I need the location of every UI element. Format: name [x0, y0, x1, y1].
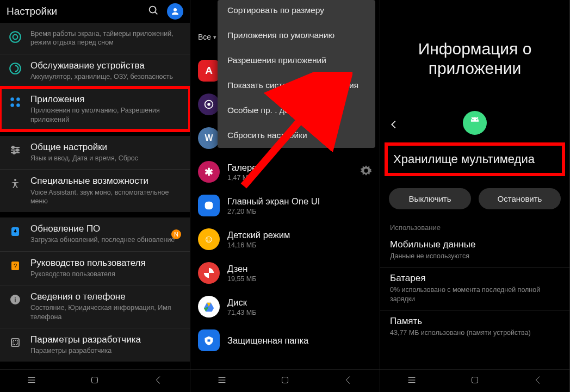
- row-title: Специальные возможности: [30, 175, 182, 186]
- app-row-dzen[interactable]: Дзен 19,55 МБ: [190, 257, 380, 290]
- app-info-panel: Информация о приложении Хранилище мульти…: [380, 0, 569, 392]
- usage-list: Мобильные данные Данные не используются …: [380, 234, 569, 344]
- menu-show-system-apps[interactable]: Показать системные приложения: [218, 73, 375, 98]
- app-row-kids[interactable]: ☺ Детский режим 14,16 МБ: [190, 223, 380, 257]
- avatar[interactable]: [167, 3, 183, 20]
- disable-button[interactable]: Выключить: [389, 188, 471, 209]
- app-name: Главный экран One UI: [227, 196, 372, 207]
- app-icon: [198, 195, 220, 216]
- menu-reset-settings[interactable]: Сбросить настройки: [218, 123, 375, 148]
- manual-icon: ?: [8, 258, 23, 273]
- svg-text:?: ?: [14, 263, 17, 269]
- app-name-highlight: Хранилище мультимедиа: [385, 142, 565, 176]
- app-name: Диск: [227, 297, 372, 308]
- device-care-icon: [8, 61, 23, 76]
- svg-rect-48: [472, 377, 478, 383]
- app-name: Хранилище мультимедиа: [391, 152, 559, 166]
- app-row-drive[interactable]: Диск 71,43 МБ: [190, 290, 380, 324]
- app-name: Детский режим: [227, 230, 372, 240]
- app-name: Защищенная папка: [227, 335, 372, 346]
- svg-point-0: [150, 6, 156, 13]
- app-name: Дзен: [227, 264, 372, 274]
- app-icon: W: [198, 127, 220, 149]
- app-size: 71,43 МБ: [227, 309, 372, 316]
- app-name: Галерея: [227, 163, 352, 173]
- usage-title: Батарея: [390, 273, 560, 284]
- row-general[interactable]: Общие настройки Язык и ввод, Дата и врем…: [0, 136, 190, 170]
- usage-sub: 0% использовано с момента последней полн…: [390, 285, 560, 303]
- back-icon[interactable]: [388, 119, 400, 133]
- row-sub: Состояние, Юридическая информация, Имя т…: [30, 303, 182, 321]
- gear-icon[interactable]: [360, 165, 372, 179]
- menu-sort-by-size[interactable]: Сортировать по размеру: [218, 0, 375, 23]
- app-icon: [198, 262, 220, 284]
- menu-app-permissions[interactable]: Разрешения приложений: [218, 48, 375, 73]
- app-row-oneui[interactable]: Главный экран One UI 27,20 МБ: [190, 189, 380, 223]
- settings-list: Время работы экрана, таймеры приложений,…: [0, 23, 190, 362]
- svg-point-14: [16, 149, 18, 151]
- row-sub: Язык и ввод, Дата и время, Сброс: [30, 154, 182, 163]
- svg-point-29: [207, 103, 210, 106]
- search-icon[interactable]: [147, 4, 159, 19]
- home-button[interactable]: [469, 374, 481, 388]
- row-sub: Аккумулятор, хранилище, ОЗУ, безопасност…: [30, 72, 182, 81]
- android-icon: [463, 111, 487, 135]
- svg-point-3: [10, 32, 21, 42]
- svg-line-1: [155, 11, 157, 14]
- svg-point-5: [10, 63, 21, 74]
- row-title: Сведения о телефоне: [30, 291, 182, 302]
- usage-section-label: Использование: [390, 223, 560, 232]
- back-button[interactable]: [342, 374, 354, 388]
- back-button[interactable]: [532, 374, 544, 388]
- svg-point-6: [10, 97, 14, 101]
- usage-storage[interactable]: Память 43,77 МБ использовано (памяти уст…: [380, 310, 569, 344]
- update-icon: [8, 224, 23, 239]
- usage-mobile-data[interactable]: Мобильные данные Данные не используются: [380, 234, 569, 267]
- home-button[interactable]: [89, 374, 101, 388]
- svg-point-16: [14, 179, 16, 181]
- svg-text:i: i: [15, 296, 16, 304]
- usage-sub: 43,77 МБ использовано (памяти устройства…: [390, 328, 560, 337]
- page-title: Информация о приложении: [380, 0, 569, 95]
- settings-panel: Настройки Время работы экрана, таймеры п…: [0, 0, 190, 392]
- recent-apps-button[interactable]: [216, 374, 228, 388]
- about-icon: i: [8, 292, 23, 307]
- accessibility-icon: [8, 176, 23, 191]
- svg-rect-27: [92, 377, 98, 383]
- row-developer[interactable]: Параметры разработчика Параметры разрабо…: [0, 328, 190, 362]
- row-device-care[interactable]: Обслуживание устройства Аккумулятор, хра…: [0, 54, 190, 88]
- filter-all[interactable]: Все ▾: [198, 33, 219, 41]
- row-title: Параметры разработчика: [30, 334, 182, 345]
- recent-apps-button[interactable]: [406, 374, 418, 388]
- row-about-phone[interactable]: i Сведения о телефоне Состояние, Юридиче…: [0, 285, 190, 328]
- row-software-update[interactable]: Обновление ПО Загрузка обновлений, после…: [0, 217, 190, 251]
- svg-rect-30: [205, 202, 213, 210]
- usage-title: Мобильные данные: [390, 239, 560, 250]
- menu-default-apps[interactable]: Приложения по умолчанию: [218, 23, 375, 48]
- force-stop-button[interactable]: Остановить: [479, 188, 561, 209]
- home-button[interactable]: [279, 374, 291, 388]
- menu-special-access[interactable]: Особые пр. . доступа: [218, 98, 375, 123]
- usage-battery[interactable]: Батарея 0% использовано с момента послед…: [380, 267, 569, 310]
- row-apps[interactable]: Приложения Приложения по умолчанию, Разр…: [0, 88, 190, 130]
- app-icon: ☺: [198, 228, 220, 250]
- app-row-secure-folder[interactable]: Защищенная папка: [190, 324, 380, 358]
- digital-wellbeing-icon: [8, 29, 23, 45]
- row-digital-wellbeing[interactable]: Время работы экрана, таймеры приложений,…: [0, 23, 190, 54]
- recent-apps-button[interactable]: [26, 374, 38, 388]
- apps-list-panel: Все ▾ А W ВКонтакте 1,47 МБ ✱ Галерея 1,…: [190, 0, 380, 392]
- chevron-down-icon: ▾: [213, 34, 216, 41]
- row-title: Обновление ПО: [30, 223, 182, 234]
- app-icon: [198, 329, 220, 351]
- row-title: Обслуживание устройства: [30, 60, 182, 71]
- apps-icon: [8, 95, 23, 110]
- row-manual[interactable]: ? Руководство пользователя Руководство п…: [0, 251, 190, 285]
- svg-point-42: [476, 119, 477, 120]
- row-accessibility[interactable]: Специальные возможности Voice Assistant,…: [0, 169, 190, 212]
- page-title: Настройки: [7, 5, 57, 17]
- back-button[interactable]: [152, 374, 164, 388]
- svg-point-8: [10, 103, 14, 107]
- app-row-gallery[interactable]: ✱ Галерея 1,47 МБ: [190, 155, 380, 189]
- app-icon-wrap: [380, 111, 569, 135]
- row-sub: Voice Assistant, звук моно, вспомогатель…: [30, 188, 182, 206]
